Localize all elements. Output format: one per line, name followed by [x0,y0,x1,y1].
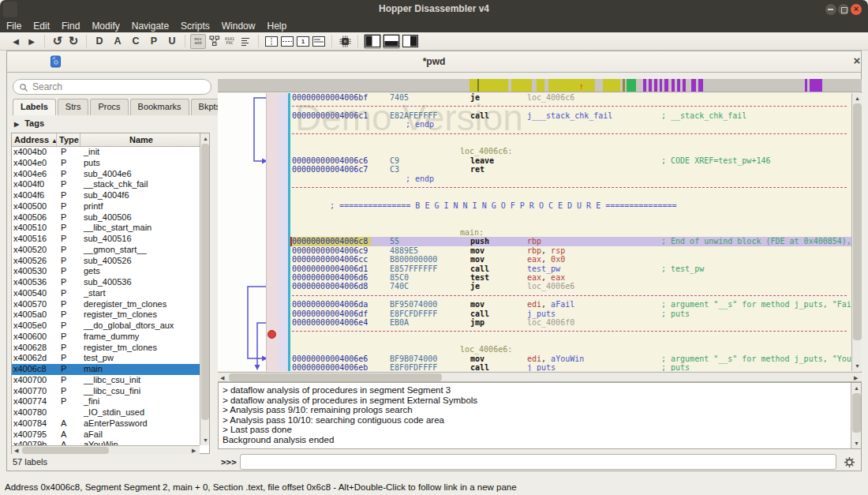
nav-back-button[interactable]: ◀ [8,34,24,49]
sidebar-tab-strs[interactable]: Strs [58,99,89,115]
table-row[interactable]: x400540P_start [12,288,200,299]
tags-disclosure[interactable]: ▶Tags [14,118,44,128]
nav-forward-button[interactable]: ▶ [24,34,39,49]
menu-help[interactable]: Help [267,21,286,32]
table-row[interactable]: x400700P__libc_csu_init [12,375,200,386]
table-row[interactable]: x400795AaFail [12,429,200,441]
scrollbar-thumb[interactable] [201,144,209,420]
disasm-line[interactable]: 00000000004006c94889E5movrbp, rsp [290,246,851,255]
menu-file[interactable]: File [6,21,21,32]
redo-button[interactable]: ↻ [65,34,81,49]
disasm-line[interactable]: 00000000004006c6C9leave; CODE XREF=test_… [290,156,851,165]
analysis-log[interactable]: ▲ ▼ > dataflow analysis of procedures in… [218,382,862,449]
tab-close-icon[interactable]: × [850,54,864,68]
table-row[interactable]: x4004e0Pputs [12,158,200,169]
disasm-line[interactable]: 00000000004006d8740Cjeloc_4006e6 [290,282,851,291]
disasm-line[interactable]: 00000000004006ebE8F0FDFFFFcallj_puts; pu… [290,363,851,371]
undo-button[interactable]: ↺ [50,34,65,49]
column-header-name[interactable]: Name [80,133,200,146]
disasm-line[interactable]: 00000000004006c855pushrbp; End of unwind… [290,237,851,246]
breakpoint-dot[interactable] [268,330,276,339]
scroll-right-icon[interactable]: ▶ [854,375,858,381]
scroll-left-icon[interactable]: ◀ [14,448,18,454]
hex-mode-button[interactable]: 0101F0C [222,34,238,49]
split-horizontal-button[interactable] [279,34,295,49]
menu-window[interactable]: Window [222,21,256,32]
cpu-button[interactable] [337,34,353,49]
table-row[interactable]: x4004f6Psub_4004f6 [12,190,200,201]
disasm-line[interactable]: 00000000004006bf7405jeloc_4006c6 [290,93,851,102]
sidebar-tab-bookmarks[interactable]: Bookmarks [130,99,189,115]
table-row[interactable]: x400500Pprintf [12,201,200,212]
table-row[interactable]: x400510P__libc_start_main [12,223,200,234]
search-box[interactable] [13,79,211,95]
table-header[interactable]: Address▲ Type Name [12,133,200,147]
toggle-right-panel-button[interactable] [402,34,419,49]
disassembly-content[interactable]: 00000000004006bf7405jeloc_4006c600000000… [290,93,851,371]
menu-find[interactable]: Find [62,21,80,32]
disasm-line[interactable]: 00000000004006daBF95074000movedi, aFail;… [290,300,851,309]
segment-navigation-bar[interactable]: ↑ [218,79,862,92]
disassembly-view[interactable]: 00000000004006bf7405jeloc_4006c600000000… [218,93,862,371]
mark-as-u-button[interactable]: U [164,34,180,49]
scroll-up-icon[interactable]: ▲ [854,385,859,391]
scroll-right-icon[interactable]: ▶ [192,448,196,454]
table-row[interactable]: x400526Psub_400526 [12,256,200,267]
disassembly-horizontal-scrollbar[interactable]: ◀ ▶ [218,372,862,382]
sidebar-tab-procs[interactable]: Procs [90,99,128,115]
scroll-up-icon[interactable]: ▲ [855,96,860,101]
scroll-up-icon[interactable]: ▲ [203,136,208,141]
title-bar[interactable]: Hopper Disassembler v4 × [0,0,868,19]
column-header-type[interactable]: Type [57,133,80,146]
disasm-line[interactable]: 00000000004006ccB800000000moveax, 0x0 [290,255,851,264]
table-row[interactable]: x400536Psub_400536 [12,277,200,288]
table-row[interactable]: x400784AaEnterPassword [12,418,200,429]
scroll-down-icon[interactable]: ▼ [203,437,208,443]
table-row[interactable]: x4004b0P_init [12,147,200,158]
menu-edit[interactable]: Edit [33,21,50,32]
close-button[interactable]: × [851,4,862,15]
menu-navigate[interactable]: Navigate [132,21,169,32]
table-row[interactable]: x4005e0P__do_global_dtors_aux [12,321,200,332]
single-pane-button[interactable]: 1 [295,34,311,49]
minimize-button[interactable] [825,4,836,15]
mark-as-a-button[interactable]: A [110,34,125,49]
split-vertical-button[interactable] [264,34,279,49]
disasm-line[interactable]: 00000000004006e6BF9B074000movedi, aYouWi… [290,354,851,363]
console-input[interactable] [240,454,836,470]
table-row[interactable]: x4004f0P__stack_chk_fail [12,179,200,190]
table-row[interactable]: x400570Pderegister_tm_clones [12,299,200,310]
menu-modify[interactable]: Modify [92,21,119,32]
table-row[interactable]: x400780_IO_stdin_used [12,407,200,418]
column-header-address[interactable]: Address▲ [12,133,57,146]
table-row[interactable]: x400506Psub_400506 [12,212,200,223]
table-row[interactable]: x4004e6Psub_4004e6 [12,169,200,180]
maximize-button[interactable] [838,4,849,15]
disasm-line[interactable]: 00000000004006dfE8FCFDFFFFcallj_puts; pu… [290,309,851,318]
table-row[interactable]: x4006c8Pmain [12,364,200,375]
scroll-left-icon[interactable]: ◀ [220,375,224,381]
table-row[interactable]: x400600Pframe_dummy [12,332,200,343]
table-row[interactable]: x400520P__gmon_start__ [12,245,200,256]
tabs-pane-button[interactable] [311,34,327,49]
scrollbar-thumb[interactable] [852,393,861,433]
mark-as-c-button[interactable]: C [128,34,144,49]
scrollbar-thumb[interactable] [853,103,862,340]
table-horizontal-scrollbar[interactable]: ◀ ▶ [12,445,200,454]
toggle-left-panel-button[interactable] [364,34,381,49]
disasm-line[interactable]: 00000000004006c7C3ret [290,165,851,174]
table-row[interactable]: x400770P__libc_csu_fini [12,386,200,397]
toggle-bottom-panel-button[interactable] [383,34,400,49]
table-vertical-scrollbar[interactable]: ▲ ▼ [200,133,209,445]
pseudocode-mode-button[interactable] [238,34,253,49]
menu-scripts[interactable]: Scripts [181,21,210,32]
table-row[interactable]: x4005a0Pregister_tm_clones [12,309,200,321]
table-row[interactable]: x400530Pgets [12,266,200,277]
assembly-mode-button[interactable]: movadd [190,34,206,49]
table-row[interactable]: x40079bAaYouWin [12,440,200,445]
scroll-down-icon[interactable]: ▼ [854,441,859,446]
log-vertical-scrollbar[interactable]: ▲ ▼ [851,383,861,448]
disasm-line[interactable]: 00000000004006d1E857FFFFFFcalltest_pw; t… [290,264,851,273]
table-row[interactable]: x40062dPtest_pw [12,353,200,364]
gear-icon[interactable] [843,456,856,469]
